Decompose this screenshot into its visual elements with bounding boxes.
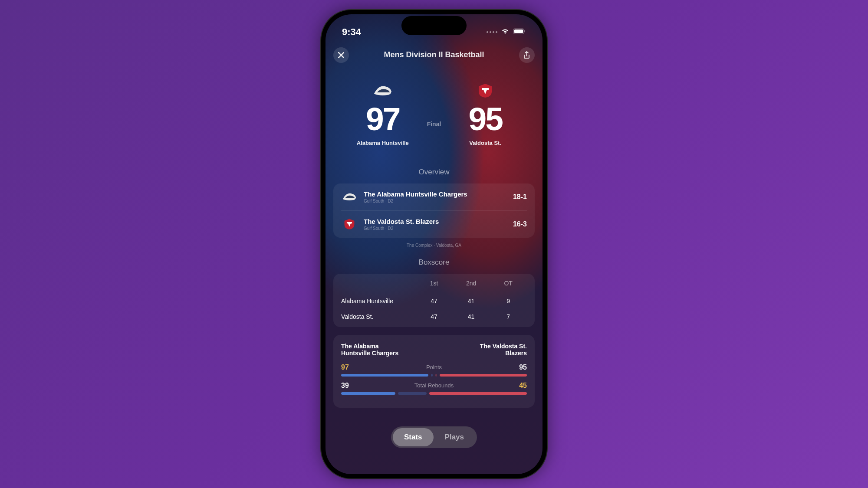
team-meta: Gulf South · D2 [364, 199, 507, 203]
boxscore-row: Alabama Huntsville 47 41 9 [333, 293, 535, 309]
score-cell: 7 [490, 313, 527, 320]
away-team-logo [341, 218, 358, 230]
share-button[interactable] [519, 47, 535, 63]
period-label: 1st [415, 280, 453, 287]
stats-card: The Alabama Huntsville Chargers The Vald… [333, 335, 535, 408]
tab-plays[interactable]: Plays [434, 428, 475, 446]
home-team-name: Alabama Huntsville [357, 140, 409, 146]
stats-team-right: The Valdosta St. Blazers [462, 343, 527, 357]
status-time: 9:34 [342, 26, 361, 38]
home-score: 97 [366, 103, 399, 135]
home-team-logo [341, 191, 358, 203]
stat-bars [341, 374, 527, 377]
away-score: 95 [468, 103, 502, 135]
team-record: 18-1 [513, 193, 527, 201]
team-cell: Valdosta St. [341, 313, 415, 320]
away-team-name: Valdosta St. [469, 140, 501, 146]
score-cell: 47 [415, 313, 453, 320]
screen: 9:34 Mens Division II Basketball [326, 14, 542, 474]
score-cell: 41 [453, 298, 490, 305]
stat-label: Total Rebounds [414, 382, 454, 389]
stats-header: The Alabama Huntsville Chargers The Vald… [341, 343, 527, 357]
tabs-control: Stats Plays [391, 426, 477, 448]
game-status: Final [427, 102, 441, 128]
tab-stats[interactable]: Stats [393, 428, 434, 446]
battery-icon [513, 28, 526, 36]
boxscore-row: Valdosta St. 47 41 7 [333, 309, 535, 327]
cellular-icon [487, 31, 497, 33]
overview-title: Overview [326, 168, 542, 177]
phone-frame: 9:34 Mens Division II Basketball [321, 10, 547, 478]
team-record: 16-3 [513, 220, 527, 228]
venue-label: The Complex · Valdosta, GA [326, 243, 542, 248]
team-meta: Gulf South · D2 [364, 226, 507, 231]
overview-card: The Alabama Huntsville Chargers Gulf Sou… [333, 183, 535, 238]
score-cell: 47 [415, 298, 453, 305]
team-full-name: The Valdosta St. Blazers [364, 218, 507, 225]
wifi-icon [501, 28, 510, 36]
home-team-score: 97 Alabama Huntsville [339, 83, 427, 146]
period-label: OT [490, 280, 527, 287]
overview-team-row[interactable]: The Valdosta St. Blazers Gulf South · D2… [333, 211, 535, 238]
away-team-score: 95 Valdosta St. [441, 83, 529, 146]
boxscore-card: 1st 2nd OT Alabama Huntsville 47 41 9 Va… [333, 274, 535, 327]
stat-bars [341, 392, 527, 395]
stat-value-left: 97 [341, 364, 349, 371]
close-button[interactable] [333, 47, 349, 63]
team-full-name: The Alabama Huntsville Chargers [364, 190, 507, 198]
stats-team-left: The Alabama Huntsville Chargers [341, 343, 406, 357]
home-team-logo [372, 83, 394, 98]
score-cell: 9 [490, 298, 527, 305]
team-cell: Alabama Huntsville [341, 298, 415, 305]
page-title: Mens Division II Basketball [384, 50, 484, 59]
boxscore-title: Boxscore [326, 258, 542, 267]
stat-value-left: 39 [341, 382, 349, 390]
stat-value-right: 95 [519, 364, 527, 371]
stat-row: 97 Points 95 [341, 364, 527, 377]
share-icon [523, 51, 530, 59]
svg-rect-1 [514, 29, 523, 33]
status-icons [487, 28, 526, 36]
page-header: Mens Division II Basketball [326, 40, 542, 70]
overview-team-row[interactable]: The Alabama Huntsville Chargers Gulf Sou… [333, 183, 535, 210]
boxscore-header: 1st 2nd OT [333, 274, 535, 293]
period-label: 2nd [453, 280, 490, 287]
score-section: 97 Alabama Huntsville Final 95 Valdosta … [326, 70, 542, 159]
away-team-logo [474, 83, 496, 98]
stat-value-right: 45 [519, 382, 527, 390]
close-icon [338, 52, 344, 58]
svg-rect-2 [524, 30, 525, 32]
stat-label: Points [426, 364, 442, 370]
stat-row: 39 Total Rebounds 45 [341, 382, 527, 395]
score-cell: 41 [453, 313, 490, 320]
dynamic-island [401, 16, 467, 35]
